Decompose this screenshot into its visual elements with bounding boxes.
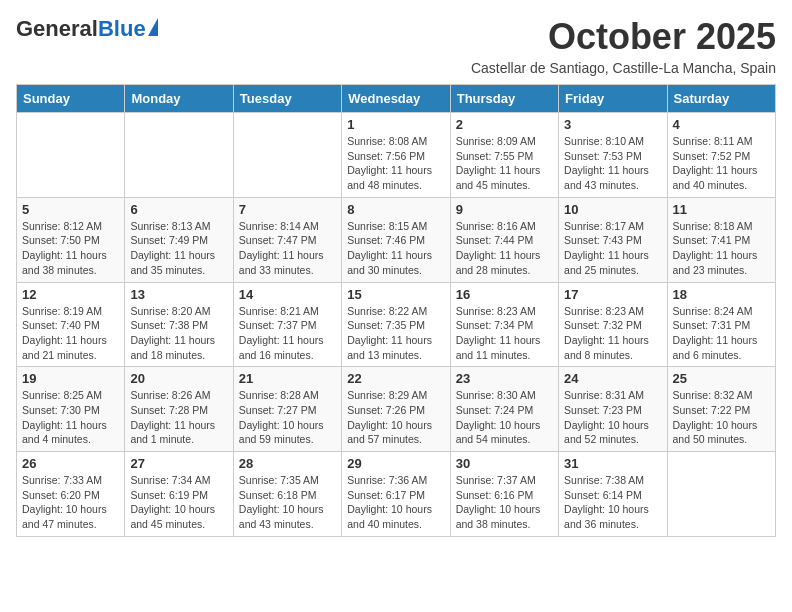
calendar-cell: 17Sunrise: 8:23 AM Sunset: 7:32 PM Dayli…: [559, 282, 667, 367]
day-info: Sunrise: 8:20 AM Sunset: 7:38 PM Dayligh…: [130, 304, 227, 363]
day-number: 19: [22, 371, 119, 386]
day-info: Sunrise: 8:18 AM Sunset: 7:41 PM Dayligh…: [673, 219, 770, 278]
day-info: Sunrise: 8:10 AM Sunset: 7:53 PM Dayligh…: [564, 134, 661, 193]
day-info: Sunrise: 8:11 AM Sunset: 7:52 PM Dayligh…: [673, 134, 770, 193]
calendar-cell: 23Sunrise: 8:30 AM Sunset: 7:24 PM Dayli…: [450, 367, 558, 452]
calendar-cell: 22Sunrise: 8:29 AM Sunset: 7:26 PM Dayli…: [342, 367, 450, 452]
day-info: Sunrise: 8:24 AM Sunset: 7:31 PM Dayligh…: [673, 304, 770, 363]
calendar-cell: 24Sunrise: 8:31 AM Sunset: 7:23 PM Dayli…: [559, 367, 667, 452]
day-number: 8: [347, 202, 444, 217]
calendar-cell: 3Sunrise: 8:10 AM Sunset: 7:53 PM Daylig…: [559, 113, 667, 198]
calendar-cell: 13Sunrise: 8:20 AM Sunset: 7:38 PM Dayli…: [125, 282, 233, 367]
day-number: 3: [564, 117, 661, 132]
logo: General Blue: [16, 16, 158, 42]
logo-general-text: General: [16, 16, 98, 42]
calendar-cell: 9Sunrise: 8:16 AM Sunset: 7:44 PM Daylig…: [450, 197, 558, 282]
day-number: 14: [239, 287, 336, 302]
day-number: 28: [239, 456, 336, 471]
day-info: Sunrise: 8:31 AM Sunset: 7:23 PM Dayligh…: [564, 388, 661, 447]
calendar-cell: 2Sunrise: 8:09 AM Sunset: 7:55 PM Daylig…: [450, 113, 558, 198]
day-header-monday: Monday: [125, 85, 233, 113]
day-info: Sunrise: 8:14 AM Sunset: 7:47 PM Dayligh…: [239, 219, 336, 278]
day-number: 25: [673, 371, 770, 386]
day-info: Sunrise: 8:32 AM Sunset: 7:22 PM Dayligh…: [673, 388, 770, 447]
day-info: Sunrise: 8:26 AM Sunset: 7:28 PM Dayligh…: [130, 388, 227, 447]
calendar-cell: 31Sunrise: 7:38 AM Sunset: 6:14 PM Dayli…: [559, 452, 667, 537]
page-header: General Blue October 2025 Castellar de S…: [16, 16, 776, 76]
calendar-cell: 21Sunrise: 8:28 AM Sunset: 7:27 PM Dayli…: [233, 367, 341, 452]
calendar-table: SundayMondayTuesdayWednesdayThursdayFrid…: [16, 84, 776, 537]
calendar-week-row: 1Sunrise: 8:08 AM Sunset: 7:56 PM Daylig…: [17, 113, 776, 198]
day-number: 12: [22, 287, 119, 302]
day-info: Sunrise: 8:23 AM Sunset: 7:32 PM Dayligh…: [564, 304, 661, 363]
day-info: Sunrise: 7:38 AM Sunset: 6:14 PM Dayligh…: [564, 473, 661, 532]
calendar-cell: 11Sunrise: 8:18 AM Sunset: 7:41 PM Dayli…: [667, 197, 775, 282]
calendar-cell: 18Sunrise: 8:24 AM Sunset: 7:31 PM Dayli…: [667, 282, 775, 367]
day-info: Sunrise: 8:13 AM Sunset: 7:49 PM Dayligh…: [130, 219, 227, 278]
calendar-cell: 10Sunrise: 8:17 AM Sunset: 7:43 PM Dayli…: [559, 197, 667, 282]
day-number: 1: [347, 117, 444, 132]
calendar-cell: 1Sunrise: 8:08 AM Sunset: 7:56 PM Daylig…: [342, 113, 450, 198]
day-number: 13: [130, 287, 227, 302]
day-number: 6: [130, 202, 227, 217]
calendar-cell: 30Sunrise: 7:37 AM Sunset: 6:16 PM Dayli…: [450, 452, 558, 537]
day-number: 4: [673, 117, 770, 132]
day-info: Sunrise: 7:34 AM Sunset: 6:19 PM Dayligh…: [130, 473, 227, 532]
day-info: Sunrise: 8:15 AM Sunset: 7:46 PM Dayligh…: [347, 219, 444, 278]
calendar-cell: 16Sunrise: 8:23 AM Sunset: 7:34 PM Dayli…: [450, 282, 558, 367]
day-info: Sunrise: 7:33 AM Sunset: 6:20 PM Dayligh…: [22, 473, 119, 532]
day-info: Sunrise: 7:37 AM Sunset: 6:16 PM Dayligh…: [456, 473, 553, 532]
day-number: 18: [673, 287, 770, 302]
calendar-week-row: 5Sunrise: 8:12 AM Sunset: 7:50 PM Daylig…: [17, 197, 776, 282]
day-number: 7: [239, 202, 336, 217]
day-number: 2: [456, 117, 553, 132]
calendar-cell: 12Sunrise: 8:19 AM Sunset: 7:40 PM Dayli…: [17, 282, 125, 367]
calendar-cell: [125, 113, 233, 198]
calendar-header-row: SundayMondayTuesdayWednesdayThursdayFrid…: [17, 85, 776, 113]
calendar-cell: 20Sunrise: 8:26 AM Sunset: 7:28 PM Dayli…: [125, 367, 233, 452]
calendar-cell: 8Sunrise: 8:15 AM Sunset: 7:46 PM Daylig…: [342, 197, 450, 282]
calendar-cell: 4Sunrise: 8:11 AM Sunset: 7:52 PM Daylig…: [667, 113, 775, 198]
day-number: 23: [456, 371, 553, 386]
day-number: 16: [456, 287, 553, 302]
day-info: Sunrise: 7:35 AM Sunset: 6:18 PM Dayligh…: [239, 473, 336, 532]
day-number: 31: [564, 456, 661, 471]
logo-triangle-icon: [148, 18, 158, 36]
day-info: Sunrise: 8:25 AM Sunset: 7:30 PM Dayligh…: [22, 388, 119, 447]
calendar-cell: 19Sunrise: 8:25 AM Sunset: 7:30 PM Dayli…: [17, 367, 125, 452]
day-info: Sunrise: 8:12 AM Sunset: 7:50 PM Dayligh…: [22, 219, 119, 278]
day-header-sunday: Sunday: [17, 85, 125, 113]
day-info: Sunrise: 8:30 AM Sunset: 7:24 PM Dayligh…: [456, 388, 553, 447]
day-info: Sunrise: 8:09 AM Sunset: 7:55 PM Dayligh…: [456, 134, 553, 193]
day-info: Sunrise: 8:28 AM Sunset: 7:27 PM Dayligh…: [239, 388, 336, 447]
calendar-week-row: 26Sunrise: 7:33 AM Sunset: 6:20 PM Dayli…: [17, 452, 776, 537]
day-info: Sunrise: 8:23 AM Sunset: 7:34 PM Dayligh…: [456, 304, 553, 363]
calendar-cell: 29Sunrise: 7:36 AM Sunset: 6:17 PM Dayli…: [342, 452, 450, 537]
location-subtitle: Castellar de Santiago, Castille-La Manch…: [471, 60, 776, 76]
day-header-thursday: Thursday: [450, 85, 558, 113]
month-title: October 2025: [471, 16, 776, 58]
day-number: 15: [347, 287, 444, 302]
day-header-wednesday: Wednesday: [342, 85, 450, 113]
calendar-cell: 14Sunrise: 8:21 AM Sunset: 7:37 PM Dayli…: [233, 282, 341, 367]
day-number: 9: [456, 202, 553, 217]
day-number: 27: [130, 456, 227, 471]
calendar-week-row: 12Sunrise: 8:19 AM Sunset: 7:40 PM Dayli…: [17, 282, 776, 367]
day-header-tuesday: Tuesday: [233, 85, 341, 113]
calendar-cell: 28Sunrise: 7:35 AM Sunset: 6:18 PM Dayli…: [233, 452, 341, 537]
day-info: Sunrise: 8:19 AM Sunset: 7:40 PM Dayligh…: [22, 304, 119, 363]
day-info: Sunrise: 8:17 AM Sunset: 7:43 PM Dayligh…: [564, 219, 661, 278]
day-header-saturday: Saturday: [667, 85, 775, 113]
calendar-cell: [667, 452, 775, 537]
day-number: 17: [564, 287, 661, 302]
day-info: Sunrise: 8:29 AM Sunset: 7:26 PM Dayligh…: [347, 388, 444, 447]
calendar-cell: 6Sunrise: 8:13 AM Sunset: 7:49 PM Daylig…: [125, 197, 233, 282]
day-info: Sunrise: 7:36 AM Sunset: 6:17 PM Dayligh…: [347, 473, 444, 532]
day-header-friday: Friday: [559, 85, 667, 113]
calendar-cell: 7Sunrise: 8:14 AM Sunset: 7:47 PM Daylig…: [233, 197, 341, 282]
day-number: 26: [22, 456, 119, 471]
calendar-cell: [233, 113, 341, 198]
day-info: Sunrise: 8:16 AM Sunset: 7:44 PM Dayligh…: [456, 219, 553, 278]
day-info: Sunrise: 8:08 AM Sunset: 7:56 PM Dayligh…: [347, 134, 444, 193]
calendar-cell: 26Sunrise: 7:33 AM Sunset: 6:20 PM Dayli…: [17, 452, 125, 537]
